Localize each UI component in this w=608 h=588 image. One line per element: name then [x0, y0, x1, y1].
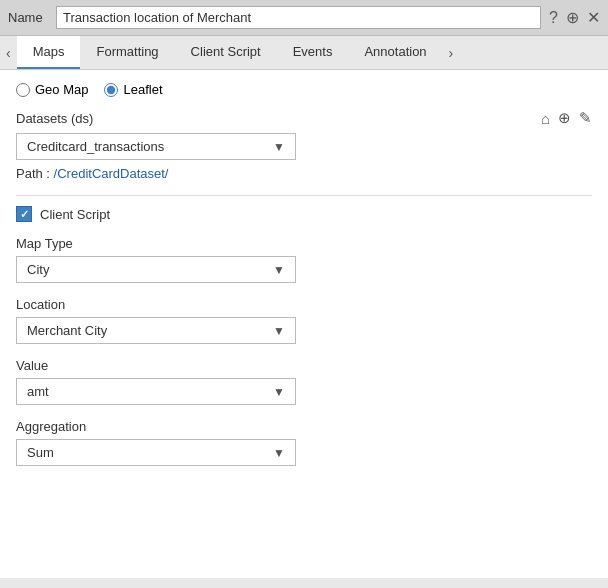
home-icon: ⌂ [541, 110, 550, 127]
value-dropdown[interactable]: amt ▼ [16, 378, 296, 405]
datasets-row: Datasets (ds) ⌂ ⊕ ✎ [16, 109, 592, 127]
leaflet-radio-item[interactable]: Leaflet [104, 82, 162, 97]
map-type-label: Map Type [16, 236, 592, 251]
tab-bar: ‹ Maps Formatting Client Script Events A… [0, 36, 608, 70]
location-field: Location Merchant City ▼ [16, 297, 592, 344]
tab-annotation[interactable]: Annotation [348, 36, 442, 69]
datasets-edit-button[interactable]: ✎ [579, 109, 592, 127]
close-icon[interactable]: ✕ [587, 8, 600, 27]
divider [16, 195, 592, 196]
tab-client-script[interactable]: Client Script [175, 36, 277, 69]
aggregation-value: Sum [27, 445, 54, 460]
value-value: amt [27, 384, 49, 399]
datasets-home-button[interactable]: ⌂ [541, 110, 550, 127]
tab-prev-button[interactable]: ‹ [0, 37, 17, 69]
move-icon[interactable]: ⊕ [566, 8, 579, 27]
map-type-radio-group: Geo Map Leaflet [16, 82, 592, 97]
geo-map-radio[interactable] [16, 83, 30, 97]
location-label: Location [16, 297, 592, 312]
path-label: Path : [16, 166, 50, 181]
geo-map-label: Geo Map [35, 82, 88, 97]
value-arrow: ▼ [273, 385, 285, 399]
dataset-dropdown[interactable]: Creditcard_transactions ▼ [16, 133, 296, 160]
name-label: Name [8, 10, 48, 25]
aggregation-arrow: ▼ [273, 446, 285, 460]
value-field: Value amt ▼ [16, 358, 592, 405]
leaflet-radio[interactable] [104, 83, 118, 97]
header-icons: ? ⊕ ✕ [549, 8, 600, 27]
map-type-dropdown[interactable]: City ▼ [16, 256, 296, 283]
value-label: Value [16, 358, 592, 373]
path-value: /CreditCardDataset/ [54, 166, 169, 181]
leaflet-label: Leaflet [123, 82, 162, 97]
datasets-add-button[interactable]: ⊕ [558, 109, 571, 127]
location-value: Merchant City [27, 323, 107, 338]
client-script-label: Client Script [40, 207, 110, 222]
geo-map-radio-item[interactable]: Geo Map [16, 82, 88, 97]
tab-events[interactable]: Events [277, 36, 349, 69]
header-bar: Name ? ⊕ ✕ [0, 0, 608, 36]
aggregation-dropdown[interactable]: Sum ▼ [16, 439, 296, 466]
aggregation-field: Aggregation Sum ▼ [16, 419, 592, 466]
dataset-dropdown-arrow: ▼ [273, 140, 285, 154]
client-script-checkbox[interactable] [16, 206, 32, 222]
edit-icon: ✎ [579, 109, 592, 127]
datasets-label: Datasets (ds) [16, 111, 93, 126]
help-icon[interactable]: ? [549, 9, 558, 27]
map-type-arrow: ▼ [273, 263, 285, 277]
aggregation-label: Aggregation [16, 419, 592, 434]
datasets-icons: ⌂ ⊕ ✎ [541, 109, 592, 127]
map-type-value: City [27, 262, 49, 277]
add-icon: ⊕ [558, 109, 571, 127]
tab-maps[interactable]: Maps [17, 36, 81, 69]
title-input[interactable] [56, 6, 541, 29]
map-type-field: Map Type City ▼ [16, 236, 592, 283]
path-row: Path : /CreditCardDataset/ [16, 166, 592, 181]
main-content: Geo Map Leaflet Datasets (ds) ⌂ ⊕ ✎ Cred… [0, 70, 608, 578]
client-script-row: Client Script [16, 206, 592, 222]
tab-formatting[interactable]: Formatting [80, 36, 174, 69]
location-arrow: ▼ [273, 324, 285, 338]
location-dropdown[interactable]: Merchant City ▼ [16, 317, 296, 344]
dataset-value: Creditcard_transactions [27, 139, 164, 154]
tab-next-button[interactable]: › [443, 37, 460, 69]
